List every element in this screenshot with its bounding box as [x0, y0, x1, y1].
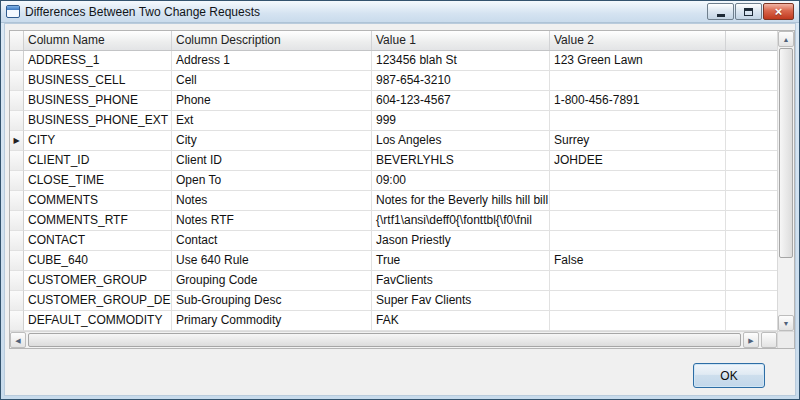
cell-description[interactable]: City — [172, 131, 372, 151]
cell-value2[interactable]: Surrey — [550, 131, 726, 151]
grid-row[interactable]: CLIENT_IDClient IDBEVERLYHLSJOHDEE — [10, 151, 777, 171]
grid-row[interactable]: CUBE_640Use 640 RuleTrueFalse — [10, 251, 777, 271]
cell-name[interactable]: CUBE_640 — [24, 251, 172, 271]
cell-value2[interactable] — [550, 291, 726, 311]
maximize-button[interactable] — [735, 3, 762, 20]
cell-description[interactable]: Use 640 Rule — [172, 251, 372, 271]
cell-description[interactable]: Address 1 — [172, 51, 372, 71]
cell-value1[interactable]: 123456 blah St — [372, 51, 550, 71]
cell-description[interactable]: Primary Commodity — [172, 311, 372, 331]
row-selector[interactable] — [10, 211, 24, 231]
cell-value1[interactable]: True — [372, 251, 550, 271]
cell-value2[interactable]: False — [550, 251, 726, 271]
cell-value1[interactable]: 987-654-3210 — [372, 71, 550, 91]
row-selector[interactable] — [10, 171, 24, 191]
cell-value1[interactable]: Jason Priestly — [372, 231, 550, 251]
grid-row[interactable]: CONTACTContactJason Priestly — [10, 231, 777, 251]
grid-row[interactable]: CLOSE_TIMEOpen To09:00 — [10, 171, 777, 191]
column-header-name[interactable]: Column Name — [24, 31, 172, 50]
row-selector[interactable] — [10, 231, 24, 251]
cell-value1[interactable]: FavClients — [372, 271, 550, 291]
cell-name[interactable]: BUSINESS_PHONE — [24, 91, 172, 111]
cell-name[interactable]: CLIENT_ID — [24, 151, 172, 171]
grid-row[interactable]: DEFAULT_COMMODITYPrimary CommodityFAK — [10, 311, 777, 331]
cell-value1[interactable]: 09:00 — [372, 171, 550, 191]
grid-row[interactable]: BUSINESS_CELLCell987-654-3210 — [10, 71, 777, 91]
close-button[interactable]: × — [763, 3, 794, 20]
cell-value2[interactable] — [550, 311, 726, 331]
cell-value2[interactable] — [550, 71, 726, 91]
grid-row[interactable]: CUSTOMER_GROUP_DESCSub-Grouping DescSupe… — [10, 291, 777, 311]
minimize-button[interactable] — [707, 3, 734, 20]
vertical-scroll-thumb[interactable] — [779, 48, 793, 258]
grid-row[interactable]: COMMENTSNotesNotes for the Beverly hills… — [10, 191, 777, 211]
column-header-value2[interactable]: Value 2 — [550, 31, 726, 50]
row-selector[interactable] — [10, 91, 24, 111]
cell-value1[interactable]: Los Angeles — [372, 131, 550, 151]
cell-value2[interactable]: JOHDEE — [550, 151, 726, 171]
vertical-scrollbar[interactable]: ▲ ▼ — [777, 31, 794, 331]
cell-value2[interactable] — [550, 171, 726, 191]
cell-value1[interactable]: BEVERLYHLS — [372, 151, 550, 171]
row-selector[interactable] — [10, 291, 24, 311]
cell-name[interactable]: BUSINESS_PHONE_EXT — [24, 111, 172, 131]
row-selector[interactable] — [10, 191, 24, 211]
cell-description[interactable]: Grouping Code — [172, 271, 372, 291]
cell-value1[interactable]: Super Fav Clients — [372, 291, 550, 311]
grid-row[interactable]: BUSINESS_PHONEPhone604-123-45671-800-456… — [10, 91, 777, 111]
row-selector[interactable] — [10, 151, 24, 171]
cell-value2[interactable] — [550, 231, 726, 251]
column-header-value1[interactable]: Value 1 — [372, 31, 550, 50]
cell-description[interactable]: Notes RTF — [172, 211, 372, 231]
cell-description[interactable]: Client ID — [172, 151, 372, 171]
row-selector-header[interactable] — [10, 31, 24, 50]
cell-description[interactable]: Cell — [172, 71, 372, 91]
row-selector-current[interactable]: ▶ — [10, 131, 24, 151]
row-selector[interactable] — [10, 251, 24, 271]
row-selector[interactable] — [10, 111, 24, 131]
cell-value1[interactable]: Notes for the Beverly hills hill bill — [372, 191, 550, 211]
cell-name[interactable]: CONTACT — [24, 231, 172, 251]
cell-value1[interactable]: FAK — [372, 311, 550, 331]
cell-value2[interactable] — [550, 211, 726, 231]
cell-value2[interactable] — [550, 191, 726, 211]
titlebar[interactable]: Differences Between Two Change Requests … — [1, 1, 799, 23]
grid-row[interactable]: CUSTOMER_GROUPGrouping CodeFavClients — [10, 271, 777, 291]
cell-description[interactable]: Sub-Grouping Desc — [172, 291, 372, 311]
cell-description[interactable]: Ext — [172, 111, 372, 131]
scroll-down-button[interactable]: ▼ — [778, 315, 794, 331]
cell-name[interactable]: BUSINESS_CELL — [24, 71, 172, 91]
cell-value1[interactable]: {\rtf1\ansi\deff0{\fonttbl{\f0\fnil — [372, 211, 550, 231]
cell-description[interactable]: Notes — [172, 191, 372, 211]
scroll-left-button[interactable]: ◀ — [10, 332, 26, 348]
horizontal-scroll-thumb[interactable] — [28, 333, 741, 347]
cell-name[interactable]: COMMENTS — [24, 191, 172, 211]
cell-value2[interactable]: 123 Green Lawn — [550, 51, 726, 71]
scrollbar-extra-button[interactable] — [761, 332, 777, 348]
row-selector[interactable] — [10, 51, 24, 71]
cell-value2[interactable] — [550, 111, 726, 131]
row-selector[interactable] — [10, 311, 24, 331]
grid-row[interactable]: ADDRESS_1Address 1123456 blah St123 Gree… — [10, 51, 777, 71]
grid-row[interactable]: ▶CITYCityLos AngelesSurrey — [10, 131, 777, 151]
ok-button[interactable]: OK — [693, 363, 765, 388]
cell-name[interactable]: ADDRESS_1 — [24, 51, 172, 71]
grid-row[interactable]: BUSINESS_PHONE_EXTExt999 — [10, 111, 777, 131]
cell-name[interactable]: CUSTOMER_GROUP_DESC — [24, 291, 172, 311]
cell-value2[interactable]: 1-800-456-7891 — [550, 91, 726, 111]
row-selector[interactable] — [10, 71, 24, 91]
cell-description[interactable]: Phone — [172, 91, 372, 111]
cell-name[interactable]: COMMENTS_RTF — [24, 211, 172, 231]
cell-value1[interactable]: 999 — [372, 111, 550, 131]
row-selector[interactable] — [10, 271, 24, 291]
cell-name[interactable]: CUSTOMER_GROUP — [24, 271, 172, 291]
scroll-up-button[interactable]: ▲ — [778, 31, 794, 47]
scroll-right-button[interactable]: ▶ — [743, 332, 759, 348]
cell-value1[interactable]: 604-123-4567 — [372, 91, 550, 111]
cell-name[interactable]: CLOSE_TIME — [24, 171, 172, 191]
cell-description[interactable]: Open To — [172, 171, 372, 191]
grid-row[interactable]: COMMENTS_RTFNotes RTF{\rtf1\ansi\deff0{\… — [10, 211, 777, 231]
column-header-description[interactable]: Column Description — [172, 31, 372, 50]
cell-name[interactable]: CITY — [24, 131, 172, 151]
horizontal-scrollbar[interactable]: ◀ ▶ — [10, 331, 777, 348]
